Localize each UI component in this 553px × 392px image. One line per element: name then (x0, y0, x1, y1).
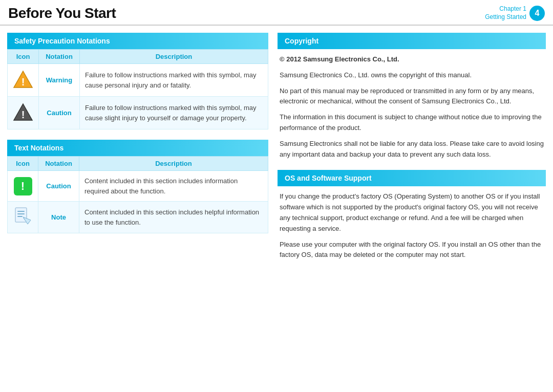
copyright-section-header: Copyright (278, 33, 546, 49)
copyright-p2: No part of this manual may be reproduced… (280, 86, 544, 107)
svg-rect-6 (17, 213, 25, 214)
caution-text-notation: Caution (38, 171, 79, 202)
svg-text:!: ! (22, 109, 25, 120)
copyright-p3: The information in this document is subj… (280, 112, 544, 134)
caution-text-description: Content included in this section include… (79, 171, 268, 202)
col-description: Description (80, 50, 268, 64)
table-row: ! Caution Content included in this secti… (8, 171, 268, 202)
caution-green-icon: ! (14, 177, 32, 195)
left-column: Safety Precaution Notations Icon Notatio… (7, 33, 268, 271)
page-header: Before You Start Chapter 1 Getting Start… (0, 0, 553, 26)
col-notation-2: Notation (38, 157, 79, 171)
caution-description: Failure to follow instructions marked wi… (80, 97, 268, 129)
note-notation: Note (38, 202, 79, 233)
note-paper-icon (13, 207, 33, 226)
copyright-p4: Samsung Electronics shall not be liable … (280, 139, 544, 160)
col-notation: Notation (39, 50, 80, 64)
safety-table: Icon Notation Description ! (7, 49, 268, 129)
copyright-p1: Samsung Electronics Co., Ltd. owns the c… (280, 70, 544, 81)
svg-rect-7 (17, 216, 23, 217)
chapter-text: Chapter 1 Getting Started (485, 5, 526, 21)
svg-rect-5 (17, 211, 25, 212)
safety-section-header: Safety Precaution Notations (7, 33, 268, 49)
note-icon-cell (8, 202, 38, 233)
text-section-header: Text Notations (7, 140, 268, 156)
getting-started-label: Getting Started (485, 13, 526, 21)
text-section: Text Notations Icon Notation Description… (7, 140, 268, 233)
os-p1: If you change the product's factory OS (… (280, 191, 544, 234)
os-section-header: OS and Software Support (278, 170, 546, 186)
page-number-badge: 4 (529, 6, 545, 21)
chapter-info: Chapter 1 Getting Started 4 (485, 5, 545, 21)
copyright-section: Copyright © 2012 Samsung Electronics Co.… (278, 33, 546, 160)
table-row: Note Content included in this section in… (8, 202, 268, 233)
copyright-bold: © 2012 Samsung Electronics Co., Ltd. (280, 54, 544, 65)
warning-icon-cell: ! (8, 64, 39, 97)
col-description-2: Description (79, 157, 268, 171)
caution-triangle-icon: ! (13, 102, 33, 122)
right-column: Copyright © 2012 Samsung Electronics Co.… (278, 33, 546, 271)
caution-green-icon-cell: ! (8, 171, 38, 202)
warning-triangle-icon: ! (13, 69, 33, 90)
warning-notation: Warning (39, 64, 80, 97)
note-description: Content included in this section include… (79, 202, 268, 233)
os-section: OS and Software Support If you change th… (278, 170, 546, 260)
caution-icon-cell: ! (8, 97, 39, 129)
page-title: Before You Start (8, 5, 116, 21)
warning-description: Failure to follow instructions marked wi… (80, 64, 268, 97)
os-p2: Please use your computer with the origin… (280, 239, 544, 261)
col-icon: Icon (8, 50, 39, 64)
chapter-label: Chapter 1 (485, 5, 526, 13)
main-content: Safety Precaution Notations Icon Notatio… (0, 26, 553, 278)
svg-text:!: ! (22, 76, 25, 88)
col-icon-2: Icon (8, 157, 38, 171)
table-row: ! Caution Failure to follow instructions… (8, 97, 268, 129)
caution-notation: Caution (39, 97, 80, 129)
safety-section: Safety Precaution Notations Icon Notatio… (7, 33, 268, 129)
table-row: ! Warning Failure to follow instructions… (8, 64, 268, 97)
text-table: Icon Notation Description ! Caution Cont… (7, 156, 268, 233)
